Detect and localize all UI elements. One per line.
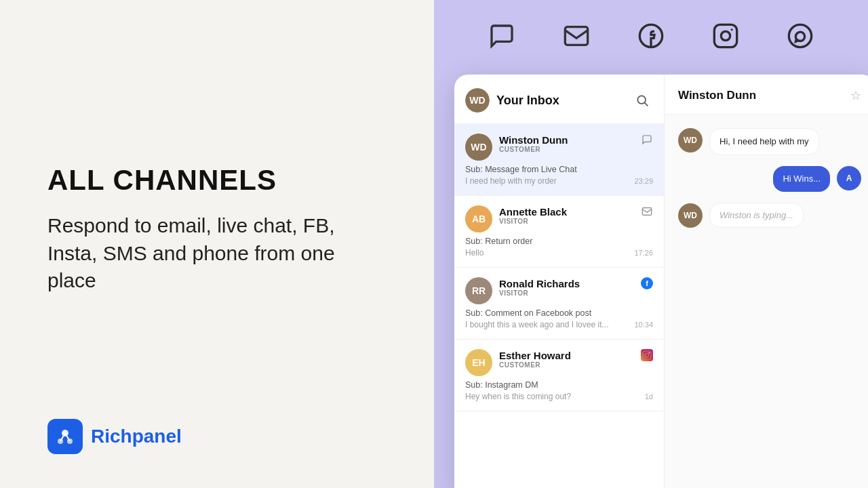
msg-avatar-customer: WD bbox=[678, 128, 703, 152]
instagram-badge bbox=[641, 349, 653, 361]
conversation-item[interactable]: WD Winston Dunn CUSTOMER Sub: Message fr… bbox=[454, 124, 664, 196]
conv-preview-4: Hey when is this coming out? bbox=[465, 392, 639, 401]
conv-badge-3: VISITOR bbox=[499, 289, 653, 297]
headline: ALL CHANNELS bbox=[47, 165, 387, 196]
conv-avatar-1: WD bbox=[465, 134, 492, 161]
conv-name-2: Annette Black bbox=[499, 206, 567, 218]
conv-avatar-3: RR bbox=[465, 277, 492, 304]
search-button[interactable] bbox=[631, 89, 653, 111]
chat-panel: Winston Dunn ☆ WD Hi, I need help with m… bbox=[665, 75, 868, 488]
conv-info-3: Ronald Richards f VISITOR bbox=[499, 277, 653, 297]
svg-point-9 bbox=[731, 28, 733, 30]
msg-bubble-customer: Hi, I need help with my bbox=[709, 128, 819, 155]
svg-rect-7 bbox=[714, 24, 736, 47]
conv-name-1: Winston Dunn bbox=[499, 134, 568, 146]
whatsapp-channel-icon[interactable] bbox=[783, 19, 817, 53]
conv-avatar-2: AB bbox=[465, 205, 492, 232]
chat-channel-icon[interactable] bbox=[485, 19, 519, 53]
message-row-agent: A Hi Wins... bbox=[678, 166, 861, 192]
conv-time-3: 10:34 bbox=[634, 321, 653, 329]
inbox-panel: WD Your Inbox WD bbox=[454, 75, 665, 488]
conv-avatar-4: EH bbox=[465, 349, 492, 376]
conv-subject-4: Sub: Instagram DM bbox=[465, 380, 653, 390]
logo-area: Richpanel bbox=[47, 419, 387, 454]
channel-icons-bar bbox=[434, 0, 868, 69]
conv-info-2: Annette Black VISITOR bbox=[499, 205, 653, 225]
star-button[interactable]: ☆ bbox=[850, 88, 861, 103]
mock-ui-container: WD Your Inbox WD bbox=[454, 75, 868, 488]
conv-channel-icon-1 bbox=[641, 134, 653, 146]
typing-bubble: Winston is typing... bbox=[709, 203, 804, 228]
conv-preview-3: I bought this a week ago and I lovee it.… bbox=[465, 320, 629, 329]
typing-indicator: WD Winston is typing... bbox=[678, 203, 861, 228]
richpanel-logo-icon bbox=[47, 419, 83, 454]
chat-contact-name: Winston Dunn bbox=[678, 89, 756, 102]
conv-subject-2: Sub: Return order bbox=[465, 237, 653, 246]
subtext: Respond to email, live chat, FB, Insta, … bbox=[47, 212, 387, 295]
conv-time-1: 23:29 bbox=[634, 177, 653, 185]
avatar-placeholder: WD bbox=[465, 88, 490, 113]
conv-subject-1: Sub: Message from Live Chat bbox=[465, 165, 653, 174]
inbox-header: WD Your Inbox bbox=[454, 75, 664, 124]
conv-channel-icon-2 bbox=[641, 205, 653, 218]
conv-time-4: 1d bbox=[645, 392, 653, 401]
inbox-title: Your Inbox bbox=[496, 94, 559, 108]
conv-subject-3: Sub: Comment on Facebook post bbox=[465, 308, 653, 318]
left-panel: ALL CHANNELS Respond to email, live chat… bbox=[0, 0, 434, 488]
svg-line-12 bbox=[645, 103, 648, 106]
facebook-channel-icon[interactable] bbox=[634, 19, 668, 53]
conv-badge-1: CUSTOMER bbox=[499, 146, 653, 153]
conv-name-3: Ronald Richards bbox=[499, 278, 580, 289]
conv-badge-4: CUSTOMER bbox=[499, 361, 653, 369]
svg-point-11 bbox=[637, 96, 646, 104]
email-channel-icon[interactable] bbox=[559, 19, 593, 53]
msg-avatar-agent: A bbox=[837, 166, 861, 190]
svg-point-10 bbox=[789, 24, 811, 47]
conv-info-1: Winston Dunn CUSTOMER bbox=[499, 134, 653, 153]
logo-text: Richpanel bbox=[91, 426, 182, 447]
svg-rect-13 bbox=[642, 208, 651, 216]
conv-time-2: 17:26 bbox=[634, 249, 653, 257]
conv-name-4: Esther Howard bbox=[499, 350, 571, 361]
instagram-channel-icon[interactable] bbox=[709, 19, 743, 53]
conv-channel-icon-3: f bbox=[641, 277, 653, 289]
inbox-user-avatar: WD bbox=[465, 88, 490, 113]
svg-rect-5 bbox=[565, 27, 587, 45]
svg-point-8 bbox=[721, 31, 730, 40]
conv-info-4: Esther Howard CUSTOMER bbox=[499, 349, 653, 369]
facebook-badge: f bbox=[641, 277, 653, 289]
message-row-customer: WD Hi, I need help with my bbox=[678, 128, 861, 155]
conversation-item[interactable]: RR Ronald Richards f VISITOR Sub: Commen… bbox=[454, 268, 664, 340]
left-content: ALL CHANNELS Respond to email, live chat… bbox=[47, 41, 387, 419]
conv-channel-icon-4 bbox=[641, 349, 653, 361]
chat-header: Winston Dunn ☆ bbox=[665, 75, 868, 115]
inbox-header-left: WD Your Inbox bbox=[465, 88, 559, 113]
conversation-item[interactable]: AB Annette Black VISITOR Sub: Return ord… bbox=[454, 196, 664, 268]
svg-point-16 bbox=[649, 352, 650, 354]
svg-point-15 bbox=[645, 353, 648, 357]
conversation-item[interactable]: EH Esther Howard CUSTOMER bbox=[454, 340, 664, 411]
conv-preview-2: Hello bbox=[465, 248, 629, 258]
right-panel: WD Your Inbox WD bbox=[434, 0, 868, 488]
svg-rect-14 bbox=[643, 351, 651, 359]
msg-avatar-typing: WD bbox=[678, 203, 703, 228]
conv-badge-2: VISITOR bbox=[499, 218, 653, 225]
msg-bubble-agent: Hi Wins... bbox=[773, 166, 830, 192]
chat-messages: WD Hi, I need help with my A Hi Wins... … bbox=[665, 115, 868, 488]
conv-preview-1: I need help with my order bbox=[465, 176, 629, 186]
